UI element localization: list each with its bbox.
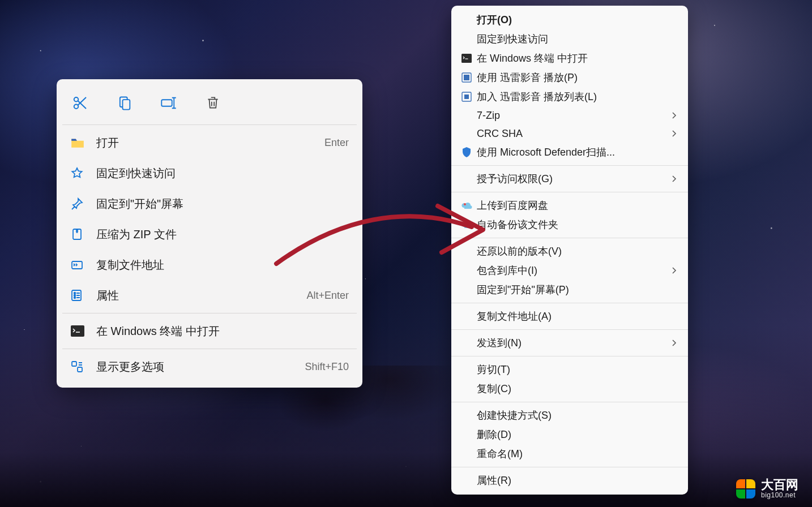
classic-menu-item[interactable]: 剪切(T) [451,360,688,379]
classic-menu-item[interactable]: 自动备份该文件夹 [451,215,688,234]
svg-rect-14 [461,54,472,63]
classic-menu-item[interactable]: 包含到库中(I) [451,261,688,280]
menu-item-shortcut: Shift+F10 [305,361,349,373]
classic-menu-item[interactable]: 加入 迅雷影音 播放列表(L) [451,87,688,106]
menu-item-label: 复制文件地址 [96,257,349,273]
menu-item-label: 授予访问权限(G) [477,172,671,186]
menu-item-label: 属性(R) [477,474,677,487]
blank-icon [459,363,474,376]
blank-icon [459,310,474,323]
menu-item-pin-start[interactable]: 固定到"开始"屏幕 [60,188,359,219]
trash-icon [206,95,220,111]
classic-menu-item[interactable]: 使用 迅雷影音 播放(P) [451,68,688,87]
watermark-title: 大百网 [761,479,798,491]
classic-context-menu: 打开(O)固定到快速访问在 Windows 终端 中打开使用 迅雷影音 播放(P… [451,6,688,495]
classic-menu-item[interactable]: 发送到(N) [451,333,688,353]
zip-icon [70,226,88,242]
menu-item-open[interactable]: 打开 Enter [60,127,359,158]
classic-menu-item[interactable]: 上传到百度网盘 [451,196,688,215]
blank-icon [459,283,474,296]
classic-menu-item[interactable]: 固定到"开始"屏幕(P) [451,280,688,299]
menu-item-label: 固定到"开始"屏幕 [96,196,349,212]
menu-item-open-terminal[interactable]: 在 Windows 终端 中打开 [60,316,359,346]
svg-point-1 [74,105,79,109]
menu-item-show-more-options[interactable]: 显示更多选项 Shift+F10 [60,351,359,382]
menu-item-properties[interactable]: 属性 Alt+Enter [60,280,359,311]
classic-menu-item[interactable]: 创建快捷方式(S) [451,406,688,425]
svg-point-20 [464,222,466,225]
classic-menu-item[interactable]: 授予访问权限(G) [451,169,688,188]
menu-item-label: 包含到库中(I) [477,264,671,277]
menu-separator [451,165,688,166]
menu-item-copy-path[interactable]: 复制文件地址 [60,250,359,280]
classic-menu-item[interactable]: 固定到快速访问 [451,29,688,49]
blank-icon [459,173,474,185]
xunlei-playlist-icon [459,91,474,103]
menu-separator [451,303,688,303]
menu-item-shortcut: Alt+Enter [306,290,349,302]
blank-icon [459,245,474,257]
path-icon [70,257,88,273]
classic-menu-item[interactable]: 使用 Microsoft Defender扫描... [451,143,688,162]
menu-separator [62,124,357,125]
menu-separator [451,192,688,192]
menu-item-label: 删除(D) [477,428,677,441]
menu-item-label: 属性 [96,288,306,303]
defender-shield-icon [459,146,474,158]
submenu-chevron-icon [671,111,677,119]
rename-button[interactable] [157,92,180,114]
menu-item-label: CRC SHA [477,128,671,140]
submenu-chevron-icon [671,130,677,138]
terminal-icon [70,323,88,339]
baidu-cloud-icon [459,218,474,231]
blank-icon [459,383,474,395]
classic-menu-item[interactable]: 复制(C) [451,379,688,398]
menu-item-label: 使用 Microsoft Defender扫描... [477,145,677,159]
menu-item-label: 压缩为 ZIP 文件 [96,227,349,242]
menu-item-pin-quick-access[interactable]: 固定到快速访问 [60,158,359,188]
properties-icon [70,287,88,303]
menu-separator [62,313,357,313]
svg-rect-12 [72,362,76,366]
svg-rect-3 [123,100,130,110]
svg-rect-11 [71,325,84,337]
menu-item-compress-zip[interactable]: 压缩为 ZIP 文件 [60,219,359,250]
menu-item-label: 显示更多选项 [96,359,305,375]
classic-menu-item[interactable]: 复制文件地址(A) [451,307,688,326]
menu-separator [451,238,688,238]
menu-item-label: 复制(C) [477,382,677,396]
cut-button[interactable] [69,92,92,114]
classic-menu-item[interactable]: 属性(R) [451,471,688,490]
classic-menu-item[interactable]: 打开(O) [451,10,688,29]
xunlei-play-icon [459,71,474,84]
delete-button[interactable] [202,92,224,114]
blank-icon [459,33,474,45]
svg-rect-13 [78,367,82,372]
copy-button[interactable] [113,92,136,114]
classic-menu-item[interactable]: 还原以前的版本(V) [451,242,688,261]
classic-menu-item[interactable]: 7-Zip [451,106,688,124]
blank-icon [459,409,474,422]
blank-icon [459,127,474,140]
star-icon [70,165,88,181]
svg-rect-16 [464,75,469,80]
classic-menu-item[interactable]: 删除(D) [451,425,688,444]
classic-menu-item[interactable]: 重命名(M) [451,444,688,463]
menu-separator [451,329,688,330]
menu-item-label: 重命名(M) [477,447,677,461]
menu-item-label: 还原以前的版本(V) [477,244,677,258]
blank-icon [459,14,474,26]
menu-item-label: 创建快捷方式(S) [477,409,677,422]
more-icon [70,359,88,375]
menu-item-label: 剪切(T) [477,363,677,376]
classic-menu-item[interactable]: 在 Windows 终端 中打开 [451,49,688,68]
classic-menu-item[interactable]: CRC SHA [451,124,688,143]
watermark: 大百网 big100.net [736,479,798,499]
scissors-icon [72,94,89,111]
menu-separator [451,467,688,467]
svg-point-9 [74,295,76,297]
watermark-subtitle: big100.net [761,491,798,499]
svg-point-0 [74,97,79,102]
baidu-cloud-icon [459,199,474,212]
menu-item-label: 固定到快速访问 [477,32,677,46]
